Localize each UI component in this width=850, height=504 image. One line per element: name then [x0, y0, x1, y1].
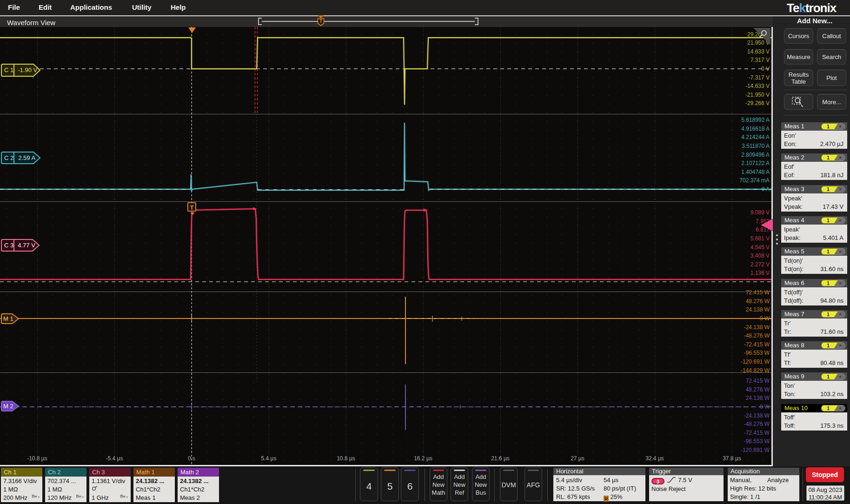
svg-text:1: 1 — [827, 124, 830, 129]
svg-text:1: 1 — [827, 249, 830, 254]
svg-text:1: 1 — [827, 343, 830, 348]
svg-text:1: 1 — [827, 155, 830, 160]
svg-text:T: T — [319, 19, 322, 24]
svg-text:1: 1 — [827, 312, 830, 317]
svg-text:1: 1 — [827, 281, 830, 286]
svg-text:1: 1 — [827, 374, 830, 379]
svg-text:1: 1 — [827, 406, 830, 411]
svg-text:1: 1 — [827, 187, 830, 192]
svg-text:1: 1 — [827, 218, 830, 223]
